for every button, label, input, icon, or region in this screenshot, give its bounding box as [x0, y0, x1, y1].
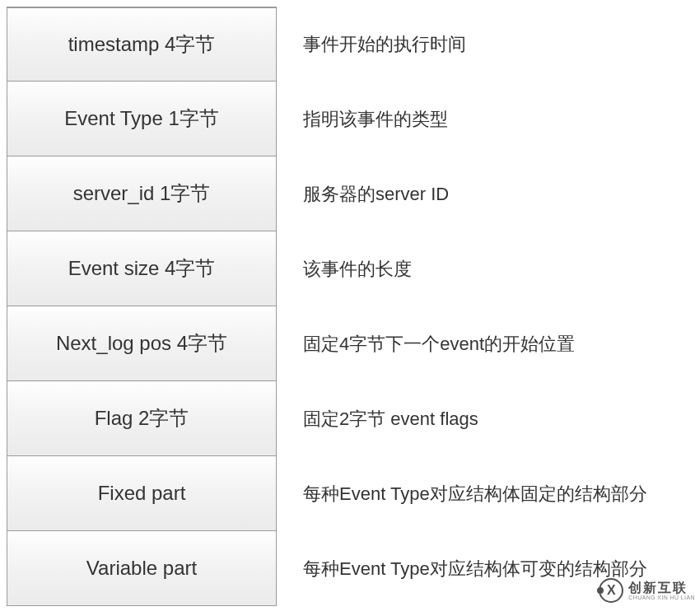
row-next-log-pos: Next_log pos 4字节 固定4字节下一个event的开始位置 — [7, 306, 688, 381]
field-label-event-type: Event Type 1字节 — [7, 82, 277, 156]
field-desc-fixed-part: 每种Event Type对应结构体固定的结构部分 — [277, 456, 647, 531]
row-timestamp: timestamp 4字节 事件开始的执行时间 — [7, 7, 688, 82]
watermark-cn: 创新互联 — [628, 581, 695, 595]
row-server-id: server_id 1字节 服务器的server ID — [7, 156, 688, 231]
field-desc-server-id: 服务器的server ID — [277, 156, 449, 231]
watermark-text: 创新互联 CHUANG XIN HU LIAN — [628, 581, 695, 600]
field-label-variable-part: Variable part — [7, 531, 277, 606]
field-label-event-size: Event size 4字节 — [7, 231, 277, 306]
watermark-logo-icon — [599, 578, 623, 603]
field-label-next-log-pos: Next_log pos 4字节 — [7, 306, 277, 381]
row-fixed-part: Fixed part 每种Event Type对应结构体固定的结构部分 — [7, 456, 688, 531]
field-label-server-id: server_id 1字节 — [7, 156, 277, 231]
field-desc-flag: 固定2字节 event flags — [277, 381, 478, 456]
field-desc-timestamp: 事件开始的执行时间 — [277, 7, 466, 82]
field-desc-next-log-pos: 固定4字节下一个event的开始位置 — [277, 306, 575, 381]
row-event-size: Event size 4字节 该事件的长度 — [7, 231, 688, 306]
binlog-event-structure-diagram: timestamp 4字节 事件开始的执行时间 Event Type 1字节 指… — [7, 7, 688, 606]
watermark: 创新互联 CHUANG XIN HU LIAN — [599, 578, 695, 603]
watermark-en: CHUANG XIN HU LIAN — [628, 595, 695, 600]
field-label-flag: Flag 2字节 — [7, 381, 277, 456]
field-desc-event-size: 该事件的长度 — [277, 231, 412, 306]
field-label-fixed-part: Fixed part — [7, 456, 277, 531]
row-event-type: Event Type 1字节 指明该事件的类型 — [7, 82, 688, 156]
field-desc-event-type: 指明该事件的类型 — [277, 82, 448, 156]
row-flag: Flag 2字节 固定2字节 event flags — [7, 381, 688, 456]
field-label-timestamp: timestamp 4字节 — [7, 7, 277, 82]
row-variable-part: Variable part 每种Event Type对应结构体可变的结构部分 — [7, 531, 688, 606]
field-desc-variable-part: 每种Event Type对应结构体可变的结构部分 — [277, 531, 647, 606]
